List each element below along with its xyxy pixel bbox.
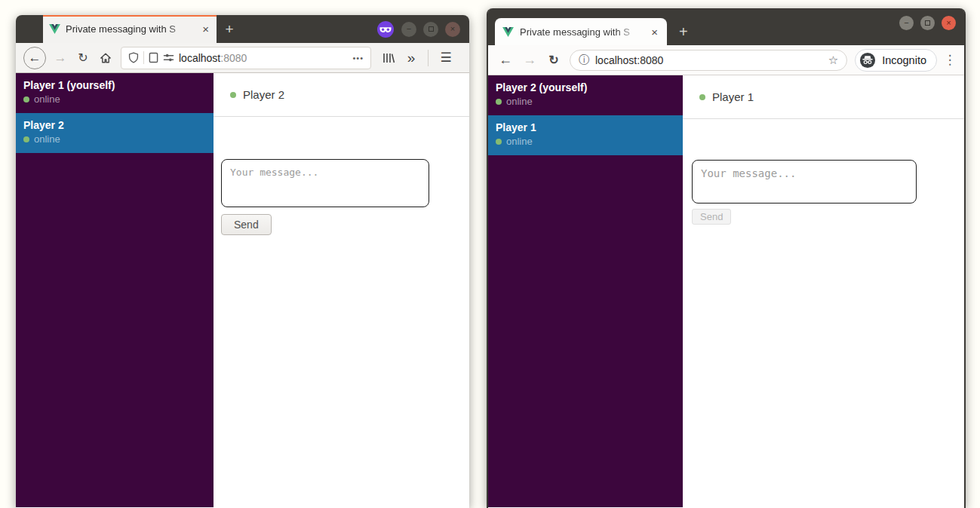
chat-app-page: Player 1 (yourself) online Player 2 onli… <box>16 73 469 507</box>
firefox-window: Private messaging with S × + − × ← → ↻ <box>16 15 469 508</box>
forward-button[interactable]: → <box>50 50 71 66</box>
chat-main-panel: Player 2 Send <box>214 73 469 507</box>
tracking-shield-icon[interactable] <box>128 52 139 63</box>
active-tab-accent <box>43 15 217 17</box>
vue-favicon-icon <box>49 24 60 34</box>
user-name: Player 2 <box>23 119 206 131</box>
chrome-tab-bar: Private messaging with S × + − × <box>488 8 964 45</box>
message-input[interactable] <box>221 159 429 207</box>
page-actions-icon[interactable]: ••• <box>352 54 364 63</box>
tab-close-icon[interactable]: × <box>650 26 659 38</box>
incognito-badge: Incognito <box>855 49 937 72</box>
new-tab-button[interactable]: + <box>679 18 688 45</box>
status-label: online <box>34 133 60 145</box>
chrome-window: Private messaging with S × + − × ← → ↻ ⓘ… <box>487 8 966 508</box>
tab-title: Private messaging with S <box>66 23 195 35</box>
url-text: localhost:8080 <box>595 54 663 66</box>
page-info-icon[interactable]: ⓘ <box>579 54 589 67</box>
tab-title: Private messaging with S <box>520 26 644 38</box>
minimize-button[interactable]: − <box>899 16 914 30</box>
hamburger-menu-icon[interactable]: ☰ <box>435 50 456 66</box>
library-icon[interactable] <box>379 52 398 64</box>
status-label: online <box>506 136 533 147</box>
tab-close-icon[interactable]: × <box>201 23 210 35</box>
chat-compose-area: Send <box>214 117 469 235</box>
chat-peer-name: Player 2 <box>243 88 284 101</box>
send-button[interactable]: Send <box>692 209 731 225</box>
incognito-label: Incognito <box>882 54 926 66</box>
overflow-menu-icon[interactable]: » <box>401 50 421 66</box>
user-status: online <box>23 133 206 145</box>
online-dot-icon <box>699 94 705 100</box>
user-name: Player 1 <box>496 121 675 133</box>
permissions-icon[interactable] <box>163 53 174 63</box>
bookmark-star-icon[interactable]: ☆ <box>828 54 838 67</box>
chat-peer-header: Player 1 <box>683 75 964 119</box>
status-label: online <box>34 93 60 105</box>
firefox-tab-bar: Private messaging with S × + − × <box>16 15 469 43</box>
address-bar[interactable]: localhost:8080 ••• <box>121 47 371 69</box>
user-status: online <box>23 93 206 105</box>
firefox-caption-buttons: − × <box>376 15 469 43</box>
chat-app-page: Player 2 (yourself) online Player 1 onli… <box>488 75 964 507</box>
online-dot-icon <box>230 92 236 98</box>
incognito-spy-icon <box>859 52 876 69</box>
home-button[interactable] <box>95 52 116 64</box>
reload-button[interactable]: ↻ <box>545 53 562 67</box>
maximize-button[interactable] <box>423 22 438 37</box>
firefox-tab[interactable]: Private messaging with S × <box>43 15 217 43</box>
user-item-self[interactable]: Player 1 (yourself) online <box>16 73 214 113</box>
user-item-selected[interactable]: Player 1 online <box>488 115 683 155</box>
online-dot-icon <box>23 96 29 103</box>
chat-peer-name: Player 1 <box>712 90 754 103</box>
close-window-button[interactable]: × <box>942 16 956 30</box>
user-list-sidebar: Player 2 (yourself) online Player 1 onli… <box>488 75 683 507</box>
page-info-icon[interactable] <box>149 52 158 63</box>
chrome-menu-icon[interactable]: ⋮ <box>945 52 955 68</box>
urlbar-divider <box>143 51 144 64</box>
online-dot-icon <box>23 136 29 142</box>
user-name: Player 2 (yourself) <box>496 81 675 93</box>
online-dot-icon <box>496 99 502 105</box>
user-name: Player 1 (yourself) <box>23 79 206 91</box>
vue-favicon-icon <box>502 27 514 37</box>
toolbar-right-icons: » ☰ <box>379 50 456 66</box>
chrome-tab[interactable]: Private messaging with S × <box>495 18 667 45</box>
user-status: online <box>496 96 675 107</box>
forward-button[interactable]: → <box>521 52 538 68</box>
chat-peer-header: Player 2 <box>214 73 469 117</box>
user-item-self[interactable]: Player 2 (yourself) online <box>488 75 683 115</box>
user-list-sidebar: Player 1 (yourself) online Player 2 onli… <box>16 73 214 507</box>
message-input[interactable] <box>692 160 917 204</box>
close-window-button[interactable]: × <box>445 22 460 37</box>
private-browsing-mask-icon <box>376 20 395 38</box>
minimize-button[interactable]: − <box>401 22 416 37</box>
status-label: online <box>506 96 533 107</box>
send-button[interactable]: Send <box>221 214 272 235</box>
firefox-toolbar: ← → ↻ <box>16 43 469 73</box>
chat-compose-area: Send <box>683 119 964 225</box>
back-button[interactable]: ← <box>497 52 514 68</box>
address-bar[interactable]: ⓘ localhost:8080 ☆ <box>570 50 847 71</box>
online-dot-icon <box>496 139 502 145</box>
toolbar-divider <box>428 50 429 66</box>
user-item-selected[interactable]: Player 2 online <box>16 113 214 153</box>
reload-button[interactable]: ↻ <box>72 50 94 65</box>
chrome-caption-buttons: − × <box>899 16 956 30</box>
chat-main-panel: Player 1 Send <box>683 75 964 507</box>
maximize-button[interactable] <box>920 16 935 30</box>
chrome-toolbar: ← → ↻ ⓘ localhost:8080 ☆ Incognito ⋮ <box>488 45 964 75</box>
new-tab-button[interactable]: + <box>217 15 242 43</box>
user-status: online <box>496 136 675 147</box>
url-text: localhost:8080 <box>179 52 247 64</box>
back-button[interactable]: ← <box>23 47 46 69</box>
